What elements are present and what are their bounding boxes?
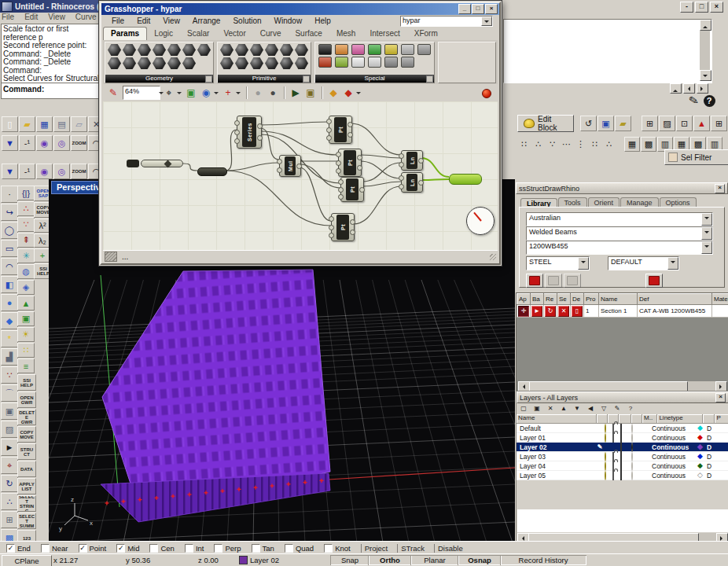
layer-visibility-cell[interactable] xyxy=(605,472,612,480)
rhino-menu-edit[interactable]: Edit xyxy=(24,13,38,23)
grasshopper-window[interactable]: Grasshopper - hypar _ □ × FileEditViewAr… xyxy=(98,0,502,266)
status-pane-snap[interactable]: Snap xyxy=(330,555,370,565)
section-table-row[interactable]: ✛►↻✕▯1Section 1CAT A-WB 1200WB455DEF xyxy=(517,305,728,318)
resize-grip[interactable] xyxy=(490,254,496,260)
bake-red-dropdown-icon[interactable] xyxy=(356,86,362,100)
osnap-point-checkbox[interactable]: ✓ xyxy=(79,544,87,553)
struct-dropdown-1-arrow-icon[interactable] xyxy=(701,227,712,240)
redraw-icon[interactable]: ↻ xyxy=(545,306,556,317)
tab-params[interactable]: Params xyxy=(103,27,147,41)
param-hex-icon[interactable] xyxy=(250,57,263,69)
section-cell-icon[interactable]: ► xyxy=(531,305,544,318)
document-selector-arrow-icon[interactable] xyxy=(481,17,492,26)
struct-panel-titlebar[interactable]: ssStructDrawRhino × xyxy=(516,182,728,194)
left-tool-rectangle[interactable]: ▭ xyxy=(1,240,18,257)
canvas-preview-settings[interactable]: ◉ xyxy=(199,86,213,100)
toolbar-open-block[interactable]: ▰ xyxy=(615,116,631,131)
param-hex-icon[interactable] xyxy=(182,57,196,69)
section-name[interactable]: Section 1 xyxy=(599,305,638,318)
status-pane-ortho[interactable]: Ortho xyxy=(368,555,412,565)
layers-panel-close-icon[interactable]: × xyxy=(715,393,726,402)
special-param-icon[interactable] xyxy=(368,57,381,68)
layers-header-8[interactable]: P xyxy=(715,414,728,424)
input-port[interactable] xyxy=(338,187,344,193)
section-cell-icon[interactable]: ✕ xyxy=(557,305,571,318)
input-port[interactable] xyxy=(277,159,282,164)
group-expand-icon[interactable] xyxy=(205,75,212,83)
left-tool-delete-gwr[interactable]: DELETE GWR xyxy=(17,409,36,425)
section-material[interactable] xyxy=(712,305,728,318)
left-tool-ssi-help[interactable]: SSI HELP xyxy=(17,374,36,391)
struct-dropdown-2-arrow-icon[interactable] xyxy=(701,241,712,254)
section-cell-icon[interactable]: ↻ xyxy=(544,305,557,318)
output-port[interactable] xyxy=(350,230,355,235)
canvas-zoom-arrow-icon[interactable] xyxy=(159,86,164,100)
toolbar-box-grid-1[interactable]: ▦ xyxy=(624,137,640,152)
pen-icon[interactable]: ✎ xyxy=(688,93,700,108)
special-param-icon[interactable] xyxy=(318,57,332,68)
osnap-near-checkbox[interactable] xyxy=(41,544,50,553)
osnap-perp[interactable]: Perp xyxy=(214,544,241,553)
param-hex-icon[interactable] xyxy=(182,44,196,56)
toolbar-selection-filter[interactable]: ▼ xyxy=(2,164,18,179)
input-port[interactable] xyxy=(399,184,404,189)
toolbar-grid-edit[interactable]: ⊞ xyxy=(711,116,727,131)
osnap-end[interactable]: ✓End xyxy=(6,544,31,553)
osnap-perp-checkbox[interactable] xyxy=(214,544,222,553)
layer-current-cell[interactable] xyxy=(631,462,641,470)
input-port[interactable] xyxy=(329,216,334,222)
struct-dropdown-0-arrow-icon[interactable] xyxy=(701,213,712,226)
left-tool-select-string[interactable]: SELECT STRING xyxy=(17,495,36,512)
gh-close-button[interactable]: × xyxy=(485,4,498,14)
left-tool-point-cloud[interactable]: ∵ xyxy=(1,366,18,384)
left-tool-block-tools[interactable]: ▣ xyxy=(1,402,18,420)
eject-section-button[interactable] xyxy=(645,274,663,288)
param-hex-icon[interactable] xyxy=(235,44,248,56)
restore-button[interactable]: □ xyxy=(695,2,708,13)
layers-panel-titlebar[interactable]: Layers - All Layers × xyxy=(517,391,728,403)
input-port[interactable] xyxy=(329,225,334,230)
section-col-ba[interactable]: Ba xyxy=(531,294,544,305)
left-tool-curve-bracket[interactable]: {|} xyxy=(17,186,35,200)
output-port[interactable] xyxy=(359,187,365,193)
left-tool-solid[interactable]: ◆ xyxy=(1,312,18,329)
toolbar-selection-filter[interactable]: ▼ xyxy=(2,135,18,151)
input-port[interactable] xyxy=(336,152,341,157)
section-col-def[interactable]: Def xyxy=(638,294,712,305)
input-port[interactable] xyxy=(234,120,240,126)
layer-linetype[interactable]: Continuous xyxy=(652,453,697,461)
toolbar-new-file[interactable]: ▯ xyxy=(2,116,18,132)
osnap-tan-checkbox[interactable] xyxy=(252,544,260,553)
param-hex-icon[interactable] xyxy=(138,44,151,56)
left-tool-select[interactable]: ► xyxy=(1,439,18,456)
tab-logic[interactable]: Logic xyxy=(147,28,180,40)
command-scrollbar[interactable] xyxy=(700,20,710,81)
section-col-name[interactable]: Name xyxy=(599,294,638,305)
left-tool-sphere[interactable]: ● xyxy=(1,294,18,311)
profile-dropdown[interactable]: DEFAULT xyxy=(608,256,679,270)
osnap-strack-button[interactable]: STrack xyxy=(397,544,427,553)
section-hscrollbar[interactable] xyxy=(518,381,727,391)
input-port[interactable] xyxy=(399,175,404,181)
section-col-de[interactable]: De xyxy=(571,294,584,305)
left-tool-grid-options[interactable]: ⊞ xyxy=(1,511,18,528)
tab-intersect[interactable]: Intersect xyxy=(362,28,406,40)
osnap-knot[interactable]: Knot xyxy=(324,544,351,553)
scroll-up-button[interactable] xyxy=(700,20,711,31)
move-down-icon[interactable]: ▼ xyxy=(572,404,583,413)
layer-linetype[interactable]: Continuous xyxy=(652,462,697,470)
canvas-bake-gold[interactable]: ◆ xyxy=(326,86,340,100)
left-tool-circle[interactable]: ◯ xyxy=(1,222,18,239)
layer-linetype[interactable]: Continuous xyxy=(652,434,697,442)
osnap-mid[interactable]: ✓Mid xyxy=(116,544,139,553)
toolbar-save[interactable]: ▦ xyxy=(36,116,53,132)
move-up-icon[interactable]: ▲ xyxy=(558,404,569,413)
left-tool-copy-move[interactable]: COPY MOVE xyxy=(17,426,36,443)
osnap-end-checkbox[interactable]: ✓ xyxy=(6,544,15,553)
left-tool-point[interactable]: · xyxy=(1,186,18,203)
left-tool-curve-tools[interactable]: ⌒ xyxy=(1,384,18,402)
canvas-preview-wireframe[interactable]: ● xyxy=(251,86,265,100)
layers-header-0[interactable]: Name xyxy=(517,414,597,424)
preview-settings-dropdown-icon[interactable] xyxy=(214,86,219,100)
special-param-icon[interactable] xyxy=(384,44,398,55)
